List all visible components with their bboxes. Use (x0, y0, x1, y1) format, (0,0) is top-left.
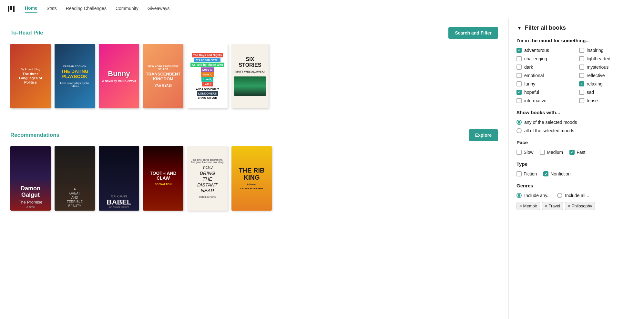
type-fiction[interactable]: Fiction (516, 171, 537, 176)
book-you-bring-distant-near[interactable]: Five girls. Three generations. One great… (187, 146, 228, 211)
genre-include-all-label: Include all... (565, 193, 589, 198)
mood-mysterious-checkbox[interactable] (579, 65, 584, 70)
mood-adventurous[interactable]: adventurous (516, 48, 574, 53)
type-title: Type (516, 161, 636, 167)
mood-informative-checkbox[interactable] (516, 98, 522, 103)
filter-header[interactable]: ▼ Filter all books (516, 25, 636, 31)
mood-informative-label: informative (524, 98, 546, 103)
logo[interactable] (8, 6, 15, 12)
mood-hopeful[interactable]: hopeful (516, 90, 574, 95)
pace-slow-checkbox[interactable] (516, 150, 522, 155)
genre-tag-philosophy-label: Philosophy (572, 204, 592, 208)
type-nonfiction-checkbox[interactable] (543, 171, 548, 176)
mood-lighthearted-label: lighthearted (587, 56, 610, 61)
genre-tag-philosophy[interactable]: × Philosophy (565, 202, 595, 210)
show-books-any[interactable]: any of the selected moods (516, 120, 636, 125)
mood-challenging-checkbox[interactable] (516, 56, 522, 61)
mood-dark-checkbox[interactable] (516, 65, 522, 70)
mood-informative[interactable]: informative (516, 98, 574, 103)
genre-tag-memoir[interactable]: × Memoir (516, 202, 540, 210)
mood-funny[interactable]: funny (516, 81, 574, 86)
pace-fast[interactable]: Fast (569, 150, 585, 155)
book-babel[interactable]: R.F. KUANG BABEL An Arcane History (99, 146, 139, 211)
mood-tense[interactable]: tense (579, 98, 637, 103)
mood-adventurous-label: adventurous (524, 48, 549, 53)
mood-reflective-checkbox[interactable] (579, 73, 584, 78)
pace-fast-checkbox[interactable] (569, 150, 575, 155)
pace-options: Slow Medium Fast (516, 150, 636, 155)
mood-dark[interactable]: dark (516, 65, 574, 70)
type-fiction-checkbox[interactable] (516, 171, 522, 176)
genre-include-any-label: Include any... (524, 193, 551, 198)
mood-inspiring[interactable]: inspiring (579, 48, 637, 53)
mood-hopeful-checkbox[interactable] (516, 90, 522, 95)
mood-relaxing[interactable]: relaxing (579, 81, 637, 86)
mood-inspiring-checkbox[interactable] (579, 48, 584, 53)
content-area: To-Read Pile Search and Filter By Arnold… (0, 18, 508, 319)
show-books-all-label: all of the selected moods (524, 128, 574, 133)
pace-medium-checkbox[interactable] (540, 150, 545, 155)
mood-sad-label: sad (587, 90, 594, 95)
mood-reflective-label: reflective (587, 73, 605, 78)
book-bunny[interactable]: Bunny A Novel by MONA AWAD (99, 44, 139, 108)
genre-tag-travel[interactable]: × Travel (542, 202, 563, 210)
show-books-any-radio[interactable] (516, 120, 522, 125)
book-three-languages[interactable]: By Arnold Kling The three Languages of P… (10, 44, 51, 108)
book-tooth-claw[interactable]: TOOTH AND CLAW JO WALTON (143, 146, 183, 211)
pace-medium[interactable]: Medium (540, 150, 563, 155)
nav-reading-challenges[interactable]: Reading Challenges (66, 6, 107, 12)
genre-include-all[interactable]: Include all... (557, 193, 589, 198)
mood-challenging[interactable]: challenging (516, 56, 574, 61)
nav-giveaways[interactable]: Giveaways (148, 6, 169, 12)
to-read-section-header: To-Read Pile Search and Filter (10, 27, 498, 39)
to-read-title: To-Read Pile (10, 30, 43, 36)
show-books-options: any of the selected moods all of the sel… (516, 120, 636, 133)
genre-include-any[interactable]: Include any... (516, 193, 551, 198)
show-books-section: Show books with... any of the selected m… (516, 110, 636, 133)
mood-section-title: I'm in the mood for something... (516, 38, 636, 43)
mood-mysterious[interactable]: mysterious (579, 65, 637, 70)
mood-adventurous-checkbox[interactable] (516, 48, 522, 53)
mood-lighthearted-checkbox[interactable] (579, 56, 584, 61)
pace-slow-label: Slow (524, 150, 533, 155)
navbar: Home Stats Reading Challenges Community … (0, 0, 644, 18)
pace-slow[interactable]: Slow (516, 150, 533, 155)
show-books-all-radio[interactable] (516, 128, 522, 133)
mood-relaxing-label: relaxing (587, 81, 603, 86)
pace-medium-label: Medium (547, 150, 563, 155)
nav-home[interactable]: Home (25, 5, 37, 13)
mood-lighthearted[interactable]: lighthearted (579, 56, 637, 61)
genre-tag-philosophy-remove[interactable]: × (568, 204, 570, 208)
mood-inspiring-label: inspiring (587, 48, 604, 53)
mood-reflective[interactable]: reflective (579, 73, 637, 78)
book-the-promise[interactable]: Damon Galgut The Promise A novel (10, 146, 51, 211)
recommendations-section-header: Recommendations Explore (10, 129, 498, 141)
book-dating-playbook[interactable]: FARRAH ROCHON THE DATING PLAYBOOK Love n… (55, 44, 95, 108)
type-nonfiction[interactable]: Nonfiction (543, 171, 570, 176)
mood-sad-checkbox[interactable] (579, 90, 584, 95)
explore-button[interactable]: Explore (469, 129, 498, 141)
search-filter-button[interactable]: Search and Filter (448, 27, 498, 39)
genres-section: Genres Include any... Include all... × M… (516, 183, 636, 210)
genre-tag-travel-remove[interactable]: × (545, 204, 547, 208)
mood-emotional[interactable]: emotional (516, 73, 574, 78)
genre-tag-memoir-remove[interactable]: × (519, 204, 522, 208)
mood-tense-checkbox[interactable] (579, 98, 584, 103)
genre-include-any-radio[interactable] (516, 193, 522, 198)
book-six-stories[interactable]: SIX STORIES MATT WESOLOWSKI (231, 44, 269, 108)
genre-include-all-radio[interactable] (557, 193, 562, 198)
nav-community[interactable]: Community (116, 6, 138, 12)
book-rib-king[interactable]: THE RIB KING A Novel LADEE HUBBARD (231, 146, 272, 211)
book-great-terrible-beauty[interactable]: AGREATANDTERRIBLEBEAUTY (55, 146, 95, 211)
mood-emotional-checkbox[interactable] (516, 73, 522, 78)
nav-stats[interactable]: Stats (46, 6, 57, 12)
book-days-nights-london[interactable]: The Days and Nights of London Now – As T… (187, 44, 228, 108)
mood-mysterious-label: mysterious (587, 65, 609, 70)
show-books-all[interactable]: all of the selected moods (516, 128, 636, 133)
genre-radio-row: Include any... Include all... (516, 193, 636, 198)
recommendations-title: Recommendations (10, 132, 59, 138)
mood-relaxing-checkbox[interactable] (579, 81, 584, 86)
mood-funny-checkbox[interactable] (516, 81, 522, 86)
book-transcendent-kingdom[interactable]: New York Times Best Seller TRANSCENDENT … (143, 44, 183, 108)
mood-sad[interactable]: sad (579, 90, 637, 95)
